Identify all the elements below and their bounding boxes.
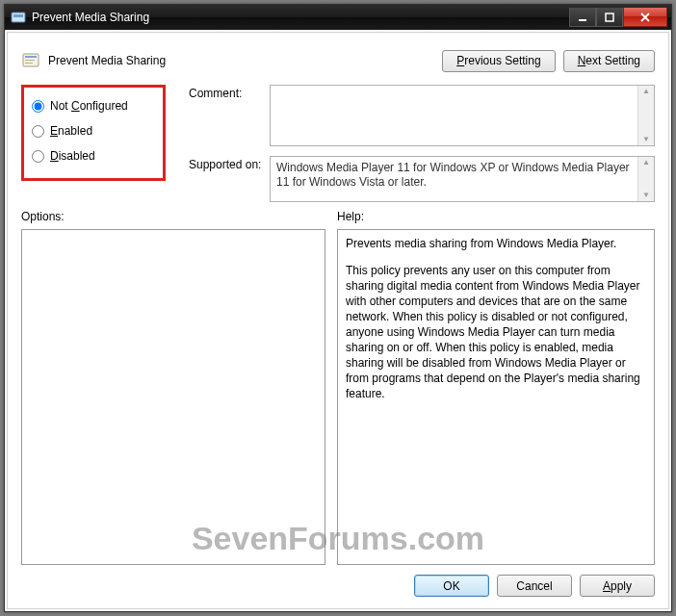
help-label: Help: bbox=[337, 210, 655, 227]
close-button[interactable] bbox=[623, 8, 667, 27]
radio-enabled[interactable]: Enabled bbox=[30, 118, 157, 143]
window-control-buttons bbox=[569, 8, 667, 27]
window-title: Prevent Media Sharing bbox=[32, 11, 569, 24]
state-radio-group: Not Configured Enabled Disabled bbox=[21, 85, 166, 181]
svg-rect-6 bbox=[25, 60, 35, 61]
footer-buttons: OK Cancel Apply bbox=[21, 565, 655, 597]
radio-disabled[interactable]: Disabled bbox=[30, 143, 157, 168]
titlebar[interactable]: Prevent Media Sharing bbox=[5, 5, 671, 30]
svg-rect-2 bbox=[579, 19, 586, 21]
comment-textarea[interactable]: ▲▼ bbox=[270, 85, 655, 146]
dialog-window: Prevent Media Sharing Prevent Media Shar… bbox=[4, 4, 672, 612]
svg-rect-7 bbox=[25, 63, 33, 64]
cancel-button[interactable]: Cancel bbox=[497, 575, 572, 597]
policy-icon bbox=[21, 51, 40, 70]
previous-setting-button[interactable]: Previous Setting bbox=[442, 50, 555, 72]
svg-rect-5 bbox=[25, 56, 37, 58]
ok-button[interactable]: OK bbox=[414, 575, 489, 597]
help-text-p1: Prevents media sharing from Windows Medi… bbox=[346, 236, 646, 251]
options-label: Options: bbox=[21, 210, 325, 227]
radio-not-configured[interactable]: Not Configured bbox=[30, 93, 157, 118]
supported-on-label: Supported on: bbox=[189, 156, 266, 171]
app-icon bbox=[11, 10, 26, 25]
apply-button[interactable]: Apply bbox=[580, 575, 655, 597]
svg-rect-3 bbox=[606, 13, 613, 21]
supported-on-text: Windows Media Player 11 for Windows XP o… bbox=[276, 161, 630, 189]
supported-on-box: Windows Media Player 11 for Windows XP o… bbox=[270, 156, 655, 202]
radio-enabled-input[interactable] bbox=[32, 125, 44, 138]
client-area: Prevent Media Sharing Previous Setting N… bbox=[7, 32, 669, 609]
help-text-p2: This policy prevents any user on this co… bbox=[346, 263, 646, 401]
comment-label: Comment: bbox=[189, 85, 266, 100]
supported-scrollbar[interactable]: ▲▼ bbox=[637, 157, 654, 201]
comment-scrollbar[interactable]: ▲▼ bbox=[637, 86, 654, 145]
maximize-button[interactable] bbox=[596, 8, 623, 27]
svg-rect-1 bbox=[13, 14, 23, 17]
help-pane: Prevents media sharing from Windows Medi… bbox=[337, 229, 655, 565]
next-setting-button[interactable]: Next Setting bbox=[563, 50, 655, 72]
policy-title: Prevent Media Sharing bbox=[48, 54, 442, 67]
radio-disabled-input[interactable] bbox=[32, 150, 44, 163]
options-pane bbox=[21, 229, 325, 565]
minimize-button[interactable] bbox=[569, 8, 596, 27]
radio-not-configured-input[interactable] bbox=[32, 100, 44, 113]
